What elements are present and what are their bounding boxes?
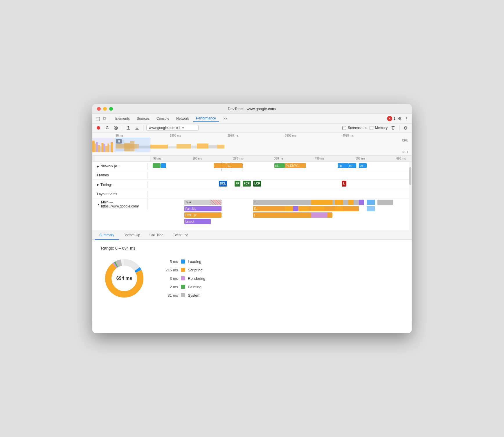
tab-console[interactable]: Console (154, 115, 172, 122)
task-bar-extra[interactable] (377, 200, 393, 205)
minimize-button[interactable] (103, 107, 107, 111)
download-button[interactable] (134, 125, 140, 131)
block-2 (293, 206, 298, 211)
net-item-3[interactable]: d... (227, 163, 243, 168)
upload-button[interactable] (125, 125, 132, 131)
window-title: DevTools - www.google.com/ (228, 107, 276, 111)
capture-settings-icon[interactable]: ⚙ (402, 125, 409, 131)
tab-bottom-up[interactable]: Bottom-Up (119, 231, 145, 240)
time-1: 1998 ms (170, 134, 181, 137)
tab-network[interactable]: Network (173, 115, 192, 122)
vertical-scrollbar[interactable] (409, 162, 412, 231)
screenshots-checkbox[interactable] (342, 126, 346, 130)
timings-label[interactable]: ▶ Timings (92, 182, 147, 188)
titlebar: DevTools - www.google.com/ (92, 104, 412, 114)
block-12 (367, 206, 375, 211)
frames-track-content (147, 171, 412, 179)
tracks-container: ▶ Network |e... r d... cli... Pe,DhPY...… (92, 162, 412, 231)
net-item-1[interactable] (161, 163, 166, 168)
net-item-2[interactable]: r (214, 163, 227, 168)
scrollbar-thumb[interactable] (409, 167, 411, 185)
memory-checkbox-group[interactable]: Memory (370, 126, 388, 130)
svg-rect-28 (111, 142, 113, 152)
block-8 (335, 206, 343, 211)
fcp-marker[interactable]: FCP (243, 181, 251, 187)
ruler-1: 198 ms (192, 157, 202, 160)
performance-content: 98 ms 1998 ms 2998 ms 3998 ms 4998 ms CP… (92, 132, 412, 333)
tab-performance[interactable]: Performance (193, 115, 219, 122)
more-options-icon[interactable]: ⋮ (404, 116, 409, 121)
clear-button[interactable] (113, 125, 119, 131)
inspect-icon[interactable]: ⬚ (95, 116, 100, 121)
task-par-ml[interactable]: Par...ML (184, 206, 221, 211)
network-expand-icon[interactable]: ▶ (97, 165, 99, 168)
loading-swatch (181, 259, 185, 264)
tab-summary[interactable]: Summary (95, 231, 119, 240)
lcp-marker[interactable]: LCP (253, 181, 261, 187)
dashed-line-1 (222, 162, 222, 171)
net-item-4[interactable]: cli... (274, 163, 285, 168)
settings-icon[interactable]: ⚙ (397, 116, 402, 121)
svg-rect-26 (107, 144, 109, 152)
timings-expand-icon[interactable]: ▶ (97, 183, 99, 186)
fp-marker[interactable]: FP (235, 181, 240, 187)
network-track: ▶ Network |e... r d... cli... Pe,DhPY...… (92, 162, 412, 171)
svg-rect-12 (168, 146, 177, 148)
block-9 (348, 200, 354, 205)
reload-record-button[interactable] (104, 125, 110, 131)
task-eval[interactable]: Eval...ipt (184, 212, 221, 218)
tab-elements[interactable]: Elements (112, 115, 133, 122)
task-bar-t[interactable]: T... (253, 200, 359, 205)
ruler-5: 598 ms (356, 157, 365, 160)
tab-sources[interactable]: Sources (134, 115, 152, 122)
block-10 (359, 200, 364, 205)
svg-rect-11 (150, 145, 168, 148)
block-11 (367, 200, 375, 205)
cpu-label: CPU (402, 139, 408, 142)
block-4 (311, 200, 332, 205)
net-item-5[interactable]: Pe,DhPY... (285, 163, 306, 168)
donut-total: 694 ms (116, 276, 132, 281)
net-item-0[interactable] (153, 163, 161, 168)
legend-painting: 2 ms Painting (165, 285, 205, 289)
maximize-button[interactable] (109, 107, 113, 111)
traffic-lights (97, 107, 113, 111)
tab-more[interactable]: >> (220, 115, 230, 122)
net-item-7[interactable]: m= (348, 163, 356, 168)
svg-rect-25 (105, 146, 107, 152)
red-line-1 (343, 162, 343, 171)
selection-region[interactable] (116, 138, 150, 152)
performance-toolbar: www.google.com #1 ▼ Screenshots Memory ⚙ (92, 123, 412, 132)
task-bar-0[interactable]: Task (184, 200, 221, 205)
dcl-marker[interactable]: DCL (219, 181, 227, 187)
l-marker[interactable]: L (342, 181, 346, 187)
dashed-line-2 (232, 162, 232, 171)
bottom-tabs: Summary Bottom-Up Call Tree Event Log (92, 231, 412, 240)
main-expand-icon[interactable]: ▼ (97, 203, 100, 206)
svg-rect-13 (177, 144, 191, 148)
layout-shifts-track: Layout Shifts (92, 190, 412, 198)
screenshots-checkbox-group[interactable]: Screenshots (342, 126, 367, 130)
memory-checkbox[interactable] (370, 126, 373, 130)
svg-rect-18 (92, 141, 95, 152)
legend-loading: 5 ms Loading (165, 259, 205, 264)
tab-event-log[interactable]: Event Log (168, 231, 193, 240)
close-button[interactable] (97, 107, 101, 111)
svg-rect-19 (95, 144, 96, 152)
task-layout[interactable]: Layout (184, 219, 211, 224)
legend: 5 ms Loading 215 ms Scripting 3 ms Rende… (165, 259, 205, 298)
overview-ruler: 98 ms 1998 ms 2998 ms 3998 ms 4998 ms (92, 132, 412, 138)
detail-ruler: 98 ms 198 ms 298 ms 398 ms 498 ms 598 ms… (92, 156, 412, 162)
net-item-8[interactable]: ge (359, 163, 367, 168)
block-6 (311, 212, 327, 218)
network-label[interactable]: ▶ Network |e... (92, 163, 147, 169)
main-label[interactable]: ▼ Main — https://www.google.com/ (92, 198, 147, 209)
cpu-chart (116, 138, 377, 151)
svg-rect-20 (96, 142, 98, 152)
trash-button[interactable] (390, 125, 396, 131)
device-icon[interactable]: ⧉ (102, 116, 107, 121)
time-4: 4998 ms (343, 134, 354, 137)
tab-call-tree[interactable]: Call Tree (145, 231, 168, 240)
url-display: www.google.com #1 ▼ (146, 125, 199, 131)
record-button[interactable] (95, 125, 102, 131)
